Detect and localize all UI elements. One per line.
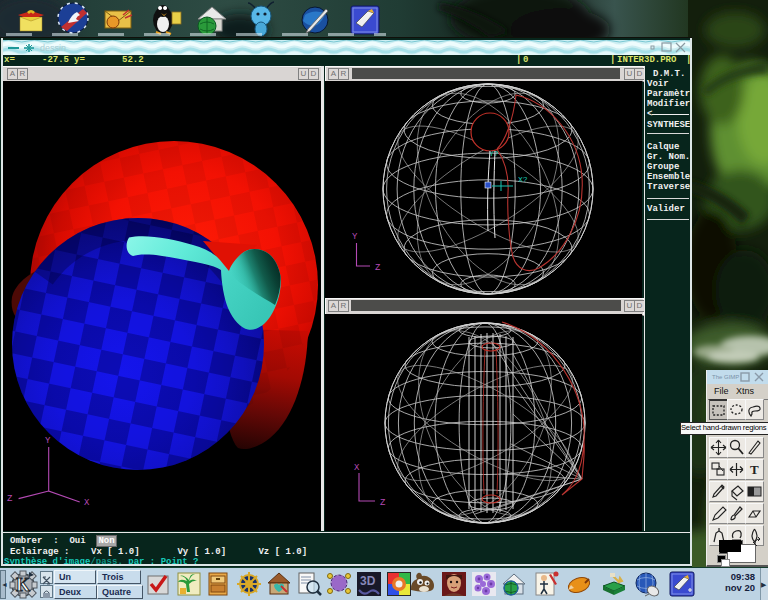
- svg-text:X: X: [354, 463, 360, 473]
- svg-text:3D: 3D: [360, 574, 376, 588]
- svg-text:Y?: Y?: [489, 149, 499, 158]
- svg-text:Z: Z: [7, 494, 13, 504]
- svg-text:Y: Y: [45, 436, 51, 446]
- svg-text:X: X: [84, 498, 90, 508]
- svg-text:Y: Y: [352, 232, 358, 242]
- svg-text:Z: Z: [375, 263, 381, 273]
- svg-text:K: K: [16, 575, 30, 595]
- svg-text:X?: X?: [518, 175, 528, 184]
- svg-text:The GIMP: The GIMP: [712, 374, 739, 380]
- svg-text:Z: Z: [380, 498, 386, 508]
- svg-text:T: T: [750, 462, 759, 477]
- svg-text:dessin: dessin: [40, 43, 66, 53]
